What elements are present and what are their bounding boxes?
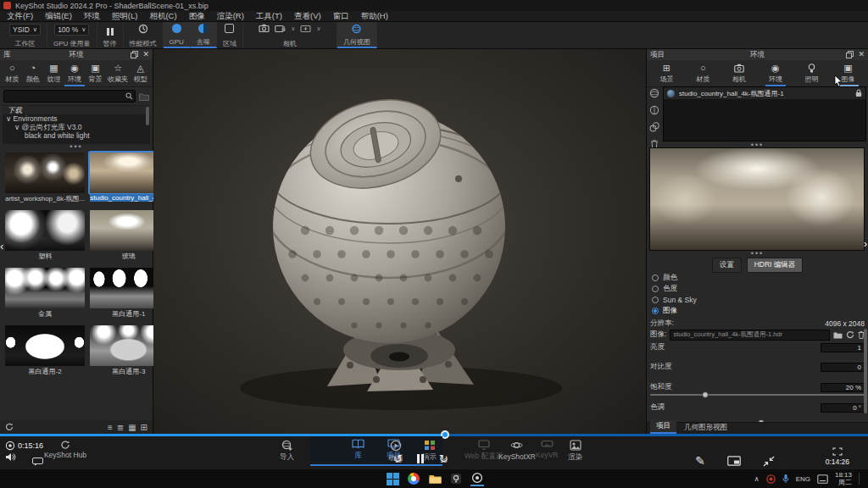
gpu-toggle[interactable]: GPU (164, 22, 191, 48)
library-search-input[interactable] (3, 90, 136, 103)
menu-edit[interactable]: 编辑(E) (45, 11, 72, 22)
sphere-pin-icon[interactable] (649, 105, 659, 115)
tab-favorites[interactable]: ☆收藏夹 (106, 63, 130, 86)
splitter-handle[interactable]: ••• (647, 251, 868, 256)
detail-view-icon[interactable]: ≣ (117, 423, 124, 432)
microphone-icon[interactable] (782, 474, 789, 484)
tab-background[interactable]: ▣背景 (86, 63, 106, 86)
tab-environment[interactable]: ◉环境 (765, 63, 786, 86)
pencil-icon[interactable]: ✎ (695, 454, 705, 468)
hdri-preview[interactable] (649, 147, 865, 251)
workspace-dropdown[interactable]: YSID∨ (9, 24, 41, 36)
bottom-tab-geometry-view[interactable]: 几何图形视图 (678, 422, 733, 434)
speaker-icon[interactable] (5, 452, 16, 462)
chat-icon[interactable] (32, 458, 43, 466)
menu-help[interactable]: 帮助(H) (361, 11, 388, 22)
tree-item-download[interactable]: 下载 (3, 106, 150, 114)
tab-color[interactable]: ◔颜色 (23, 63, 43, 86)
bottom-tab-project[interactable]: 项目 (650, 420, 676, 434)
tab-texture[interactable]: ▦纹理 (43, 63, 64, 86)
menu-window[interactable]: 窗口 (333, 11, 349, 22)
menu-view[interactable]: 查看(V) (294, 11, 321, 22)
thumb-bw-generic-2[interactable]: 黑白通用-2 (5, 325, 85, 376)
touch-keyboard-icon[interactable] (817, 474, 828, 484)
fullscreen-icon[interactable] (832, 447, 843, 456)
scroll-left-arrow[interactable]: ‹ (0, 240, 3, 252)
tree-item-cloud-lights[interactable]: ∨ @云尚灯光库 V3.0 (3, 123, 150, 131)
thumb-artist-workshop[interactable]: artist_workshop_8k-氛围... (5, 152, 85, 203)
clock[interactable]: 18:13 周二 (835, 471, 852, 486)
gpu-usage-group[interactable]: 100 %∨ GPU 使用量 (47, 22, 97, 48)
camera-group[interactable]: ∨ ∨ 相机 (243, 22, 337, 48)
refresh-icon[interactable] (5, 423, 14, 431)
radio-sun-sky[interactable]: Sun & Sky (647, 294, 868, 305)
menu-file[interactable]: 文件(F) (7, 11, 33, 22)
large-grid-view-icon[interactable]: ⊞ (141, 423, 147, 432)
open-folder-icon[interactable] (833, 331, 843, 339)
performance-mode-button[interactable]: 性能模式 (124, 22, 164, 48)
folder-filter-icon[interactable] (139, 92, 149, 101)
camera-icon[interactable] (259, 24, 270, 33)
thumb-metal[interactable]: 金属 (5, 268, 85, 319)
hue-value[interactable]: 0 ° (821, 403, 865, 413)
add-environment-icon[interactable] (649, 88, 659, 98)
settings-button[interactable]: 设置 (712, 258, 742, 273)
menu-environment[interactable]: 环境 (84, 11, 100, 22)
hdri-editor-button[interactable]: HDRI 编辑器 (747, 258, 804, 273)
camera-lock-icon[interactable] (275, 24, 286, 33)
chevron-down-icon[interactable]: ∨ (291, 25, 295, 32)
brightness-value[interactable]: 1 (821, 343, 865, 352)
tab-material[interactable]: ○材质 (693, 63, 713, 86)
tree-item-environments[interactable]: ∨ Environments (3, 114, 150, 123)
close-icon[interactable]: ✕ (858, 51, 865, 58)
saturation-value[interactable]: 20 % (821, 383, 865, 392)
menu-image[interactable]: 图像 (189, 11, 205, 22)
pip-icon[interactable] (727, 456, 741, 466)
list-view-icon[interactable]: ≡ (108, 423, 113, 432)
denoise-toggle[interactable]: 去噪 (191, 22, 217, 48)
scroll-right-arrow[interactable]: › (864, 237, 867, 250)
tree-scrollbar[interactable] (146, 107, 149, 125)
lock-icon[interactable] (855, 89, 862, 97)
contrast-value[interactable]: 0 (821, 363, 865, 372)
tab-material[interactable]: ○材质 (2, 63, 22, 86)
collapse-icon[interactable] (763, 456, 775, 467)
geometry-view-button[interactable]: 几何视图 (337, 22, 377, 48)
radio-chroma[interactable]: 色度 (647, 283, 868, 294)
thumb-plastic[interactable]: 塑料 (5, 210, 85, 261)
radio-color[interactable]: 颜色 (647, 272, 868, 283)
skip-forward-button[interactable]: ↻30 (439, 452, 448, 465)
menu-render[interactable]: 渲染(R) (217, 11, 244, 22)
tab-environment[interactable]: ◉环境 (64, 63, 85, 86)
keyshot-hub-button[interactable]: KeyShot Hub (41, 440, 90, 459)
reload-icon[interactable] (846, 330, 854, 339)
realtime-viewport[interactable] (153, 49, 646, 434)
keyshotxr-button[interactable]: KeyShotXR (498, 440, 536, 461)
menu-tools[interactable]: 工具(T) (256, 11, 282, 22)
recording-indicator-icon[interactable] (766, 474, 776, 484)
start-button[interactable] (386, 472, 399, 485)
language-indicator[interactable]: ENG (796, 475, 810, 483)
duplicate-icon[interactable] (649, 122, 659, 132)
browser-icon[interactable] (407, 472, 420, 485)
library-toggle[interactable]: 库 (352, 439, 364, 461)
tab-model[interactable]: ◬模型 (131, 63, 151, 86)
recorder-app-icon-active[interactable] (470, 471, 484, 486)
pause-button[interactable]: 暂停 (97, 22, 124, 48)
tray-expand-icon[interactable]: ∧ (754, 475, 760, 483)
tab-camera[interactable]: 相机 (729, 63, 749, 86)
chevron-down-icon[interactable]: ∨ (316, 25, 320, 32)
skip-back-button[interactable]: ↺10 (393, 452, 402, 465)
small-grid-view-icon[interactable]: ▦ (128, 423, 136, 432)
tree-item-bw-light[interactable]: black and white light (3, 131, 150, 140)
render-button[interactable]: 渲染 (568, 440, 582, 463)
gpu-usage-dropdown[interactable]: 100 %∨ (54, 24, 89, 36)
float-panel-icon[interactable] (846, 51, 854, 58)
capture-app-icon[interactable] (449, 472, 463, 485)
tab-scene[interactable]: ⊞场景 (656, 63, 676, 86)
project-scrollbar[interactable] (864, 329, 867, 413)
camera-add-icon[interactable] (300, 24, 311, 33)
float-panel-icon[interactable] (131, 51, 138, 58)
menu-camera[interactable]: 相机(C) (149, 11, 176, 22)
menu-lighting[interactable]: 照明(L) (112, 11, 138, 22)
